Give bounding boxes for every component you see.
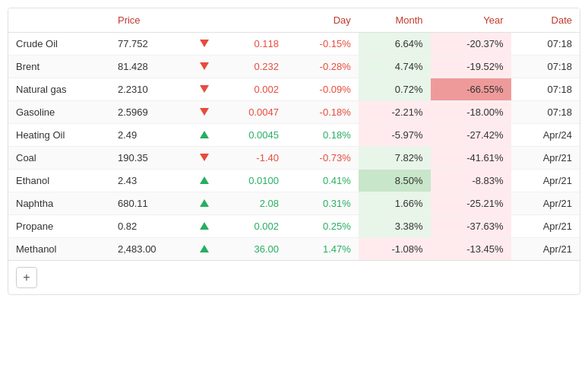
- col-header-arrow: [193, 8, 216, 33]
- arrow-down-icon: [200, 62, 209, 70]
- cell-date: Apr/21: [511, 215, 580, 238]
- cell-day: -0.18%: [286, 101, 359, 124]
- cell-change: 0.232: [216, 56, 286, 78]
- cell-price: 77.752: [110, 33, 193, 56]
- cell-day: -0.28%: [286, 56, 359, 78]
- cell-price: 0.82: [110, 215, 193, 238]
- col-header-day: Day: [286, 8, 359, 33]
- cell-arrow: [193, 33, 216, 56]
- cell-date: 07:18: [511, 101, 580, 124]
- add-commodity-button[interactable]: +: [16, 267, 37, 288]
- cell-date: Apr/21: [511, 192, 580, 215]
- table-row: Propane0.820.0020.25%3.38%-37.63%Apr/21: [8, 215, 580, 238]
- arrow-down-icon: [200, 40, 209, 47]
- cell-year: -37.63%: [431, 215, 511, 238]
- cell-price: 2.5969: [110, 101, 193, 124]
- cell-date: Apr/21: [511, 238, 580, 261]
- cell-date: 07:18: [511, 56, 580, 78]
- arrow-up-icon: [200, 176, 209, 184]
- cell-name: Propane: [8, 215, 110, 238]
- cell-arrow: [193, 238, 216, 261]
- col-header-change: [216, 8, 286, 33]
- col-header-month: Month: [359, 8, 431, 33]
- commodities-table: Price Day Month Year Date Crude Oil77.75…: [8, 8, 580, 260]
- cell-arrow: [193, 192, 216, 215]
- col-header-price: Price: [110, 8, 193, 33]
- cell-price: 2.49: [110, 124, 193, 147]
- cell-year: -8.83%: [431, 170, 511, 192]
- cell-name: Methanol: [8, 238, 110, 261]
- col-header-year: Year: [431, 8, 511, 33]
- cell-arrow: [193, 124, 216, 147]
- table-row: Brent81.4280.232-0.28%4.74%-19.52%07:18: [8, 56, 580, 78]
- cell-price: 2,483.00: [110, 238, 193, 261]
- cell-year: -27.42%: [431, 124, 511, 147]
- cell-price: 81.428: [110, 56, 193, 78]
- cell-year: -18.00%: [431, 101, 511, 124]
- cell-arrow: [193, 78, 216, 101]
- arrow-down-icon: [200, 108, 209, 116]
- cell-name: Gasoline: [8, 101, 110, 124]
- cell-name: Crude Oil: [8, 33, 110, 56]
- cell-date: Apr/21: [511, 147, 580, 170]
- cell-arrow: [193, 56, 216, 78]
- cell-month: 6.64%: [359, 33, 431, 56]
- cell-name: Coal: [8, 147, 110, 170]
- cell-change: -1.40: [216, 147, 286, 170]
- table-row: Gasoline2.59690.0047-0.18%-2.21%-18.00%0…: [8, 101, 580, 124]
- table-row: Natural gas2.23100.002-0.09%0.72%-66.55%…: [8, 78, 580, 101]
- cell-name: Heating Oil: [8, 124, 110, 147]
- table-row: Crude Oil77.7520.118-0.15%6.64%-20.37%07…: [8, 33, 580, 56]
- cell-day: 0.18%: [286, 124, 359, 147]
- cell-month: -1.08%: [359, 238, 431, 261]
- cell-arrow: [193, 147, 216, 170]
- table-header: Price Day Month Year Date: [8, 8, 580, 33]
- arrow-up-icon: [200, 245, 209, 252]
- cell-date: 07:18: [511, 78, 580, 101]
- table-row: Naphtha680.112.080.31%1.66%-25.21%Apr/21: [8, 192, 580, 215]
- cell-month: 7.82%: [359, 147, 431, 170]
- table-body: Crude Oil77.7520.118-0.15%6.64%-20.37%07…: [8, 33, 580, 261]
- cell-change: 36.00: [216, 238, 286, 261]
- cell-change: 0.0047: [216, 101, 286, 124]
- cell-year: -25.21%: [431, 192, 511, 215]
- cell-month: 8.50%: [359, 170, 431, 192]
- cell-year: -41.61%: [431, 147, 511, 170]
- cell-month: 1.66%: [359, 192, 431, 215]
- cell-price: 190.35: [110, 147, 193, 170]
- cell-year: -66.55%: [431, 78, 511, 101]
- cell-day: 1.47%: [286, 238, 359, 261]
- commodities-table-container: Price Day Month Year Date Crude Oil77.75…: [8, 8, 580, 295]
- cell-month: 3.38%: [359, 215, 431, 238]
- cell-change: 0.002: [216, 215, 286, 238]
- cell-year: -19.52%: [431, 56, 511, 78]
- arrow-up-icon: [200, 199, 209, 207]
- cell-year: -20.37%: [431, 33, 511, 56]
- cell-month: 4.74%: [359, 56, 431, 78]
- table-row: Ethanol2.430.01000.41%8.50%-8.83%Apr/21: [8, 170, 580, 192]
- cell-day: -0.09%: [286, 78, 359, 101]
- add-button-row: +: [8, 260, 580, 294]
- arrow-up-icon: [200, 222, 209, 230]
- cell-day: 0.41%: [286, 170, 359, 192]
- table-row: Heating Oil2.490.00450.18%-5.97%-27.42%A…: [8, 124, 580, 147]
- cell-change: 0.118: [216, 33, 286, 56]
- cell-name: Natural gas: [8, 78, 110, 101]
- cell-price: 2.43: [110, 170, 193, 192]
- cell-change: 0.0100: [216, 170, 286, 192]
- cell-price: 680.11: [110, 192, 193, 215]
- arrow-down-icon: [200, 85, 209, 93]
- cell-day: 0.25%: [286, 215, 359, 238]
- cell-name: Brent: [8, 56, 110, 78]
- cell-date: Apr/21: [511, 170, 580, 192]
- cell-price: 2.2310: [110, 78, 193, 101]
- cell-change: 2.08: [216, 192, 286, 215]
- arrow-down-icon: [200, 154, 209, 161]
- cell-year: -13.45%: [431, 238, 511, 261]
- cell-month: -2.21%: [359, 101, 431, 124]
- table-row: Coal190.35-1.40-0.73%7.82%-41.61%Apr/21: [8, 147, 580, 170]
- cell-day: -0.73%: [286, 147, 359, 170]
- cell-arrow: [193, 170, 216, 192]
- cell-change: 0.002: [216, 78, 286, 101]
- col-header-date: Date: [511, 8, 580, 33]
